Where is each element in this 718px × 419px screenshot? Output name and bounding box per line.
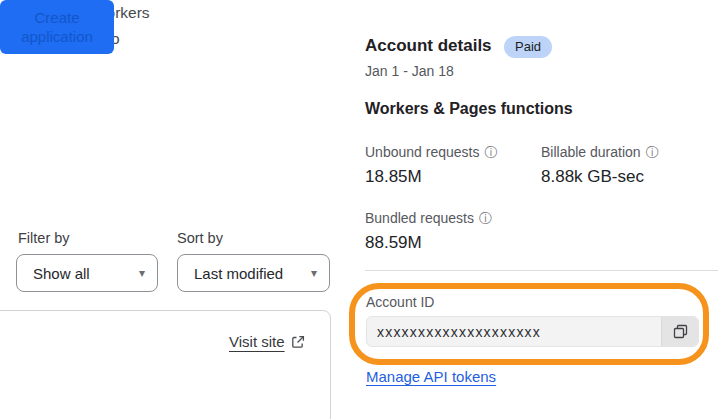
- billable-duration-value: 8.88k GB-sec: [541, 167, 644, 187]
- copy-icon: [673, 324, 688, 339]
- manage-api-tokens-link[interactable]: Manage API tokens: [366, 368, 496, 385]
- bundled-requests-label: Bundled requestsⓘ: [365, 210, 492, 228]
- info-icon[interactable]: ⓘ: [484, 145, 497, 160]
- sort-dropdown[interactable]: Last modified ▾: [177, 254, 330, 292]
- date-range: Jan 1 - Jan 18: [365, 63, 454, 79]
- bundled-requests-value: 88.59M: [365, 233, 422, 253]
- sort-dropdown-value: Last modified: [194, 265, 283, 282]
- external-link-icon: [291, 335, 305, 349]
- divider: [365, 270, 718, 271]
- account-id-field: [366, 316, 699, 347]
- account-details-title: Account details: [365, 36, 492, 56]
- create-application-button[interactable]: Create application: [0, 0, 114, 54]
- filter-by-label: Filter by: [18, 230, 70, 246]
- billable-duration-label: Billable durationⓘ: [541, 144, 659, 162]
- visit-site-label: Visit site: [229, 333, 285, 350]
- account-id-label: Account ID: [366, 294, 434, 310]
- paid-plan-badge: Paid: [504, 36, 552, 58]
- chevron-down-icon: ▾: [139, 267, 145, 279]
- chevron-down-icon: ▾: [311, 267, 317, 279]
- info-icon[interactable]: ⓘ: [646, 145, 659, 160]
- account-id-input[interactable]: [367, 324, 661, 340]
- info-icon[interactable]: ⓘ: [479, 211, 492, 226]
- workers-pages-functions-title: Workers & Pages functions: [365, 100, 573, 118]
- filter-dropdown-value: Show all: [33, 265, 90, 282]
- visit-site-link[interactable]: Visit site: [229, 333, 307, 350]
- project-card: [0, 310, 331, 419]
- sort-by-label: Sort by: [177, 230, 223, 246]
- unbound-requests-value: 18.85M: [365, 167, 422, 187]
- copy-button[interactable]: [661, 317, 698, 346]
- unbound-requests-label: Unbound requestsⓘ: [365, 144, 497, 162]
- filter-dropdown[interactable]: Show all ▾: [16, 254, 158, 292]
